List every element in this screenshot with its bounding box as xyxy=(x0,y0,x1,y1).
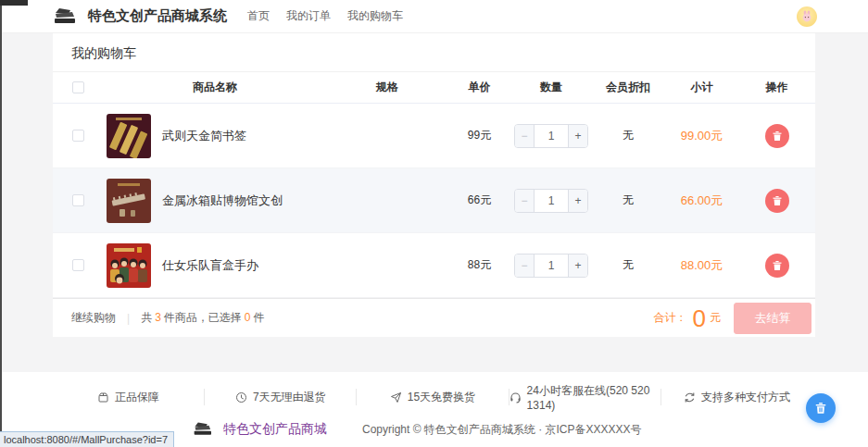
qty-decrease-button[interactable]: − xyxy=(515,125,535,147)
user-avatar[interactable] xyxy=(797,6,817,27)
trash-icon xyxy=(772,130,783,142)
product-price: 99元 xyxy=(447,128,511,143)
send-icon xyxy=(390,391,402,404)
footer-logo-icon xyxy=(190,420,214,439)
selected-count: 0 xyxy=(245,311,251,324)
checkout-button[interactable]: 去结算 xyxy=(734,303,811,334)
total-amount: 0 xyxy=(693,306,706,330)
service-item: 15天免费换货 xyxy=(357,389,509,405)
product-image xyxy=(107,243,151,288)
cart-table-header: 商品名称 规格 单价 数量 会员折扣 小计 操作 xyxy=(53,72,815,104)
total-count: 3 xyxy=(155,311,161,324)
col-header-action: 操作 xyxy=(738,80,815,95)
col-header-discount: 会员折扣 xyxy=(591,80,665,95)
app-logo-icon xyxy=(51,6,79,28)
floating-delete-button[interactable] xyxy=(806,393,836,423)
member-discount: 无 xyxy=(591,192,665,208)
qty-increase-button[interactable]: + xyxy=(568,125,587,147)
nav-item-home[interactable]: 首页 xyxy=(247,8,270,24)
select-all-checkbox[interactable] xyxy=(72,81,84,93)
window-left-edge xyxy=(0,0,2,447)
service-item: 24小时客服在线(520 520 1314) xyxy=(509,389,661,405)
product-price: 88元 xyxy=(447,257,511,273)
row-subtotal: 66.00元 xyxy=(665,192,738,209)
qty-value[interactable]: 1 xyxy=(535,190,568,212)
product-image xyxy=(107,179,151,223)
total-unit: 元 xyxy=(710,310,721,326)
trash-icon xyxy=(772,195,783,206)
row-checkbox[interactable] xyxy=(72,259,84,271)
quantity-stepper: − 1 + xyxy=(514,254,588,278)
app-title: 特色文创产品商城系统 xyxy=(88,7,227,25)
summary-divider: | xyxy=(127,312,130,325)
nav-item-cart[interactable]: 我的购物车 xyxy=(347,8,403,24)
row-checkbox[interactable] xyxy=(72,194,84,206)
box-icon xyxy=(97,391,109,404)
delete-item-button[interactable] xyxy=(765,124,789,148)
cart-count-text: 共3件商品，已选择0件 xyxy=(141,310,264,326)
cart-row: 武则天金简书签 99元 − 1 + 无 99.00元 xyxy=(53,104,815,168)
product-name: 金属冰箱贴博物馆文创 xyxy=(162,192,283,209)
total-label: 合计： xyxy=(654,310,687,326)
qty-increase-button[interactable]: + xyxy=(568,255,587,277)
service-item: 支持多种支付方式 xyxy=(661,389,812,405)
product-image xyxy=(107,114,151,158)
service-guarantees: 正品保障 7天无理由退货 15天免费换货 24小时客服在线(520 520 13… xyxy=(53,389,812,405)
qty-increase-button[interactable]: + xyxy=(568,190,587,212)
delete-item-button[interactable] xyxy=(765,189,789,213)
member-discount: 无 xyxy=(591,257,665,273)
cart-summary-bar: 继续购物 | 共3件商品，已选择0件 合计： 0 元 去结算 xyxy=(53,298,815,337)
qty-decrease-button[interactable]: − xyxy=(515,190,535,212)
quantity-stepper: − 1 + xyxy=(514,124,588,148)
browser-status-url: localhost:8080/#/MallPurchase?id=7 xyxy=(0,431,174,447)
nav-item-orders[interactable]: 我的订单 xyxy=(286,8,331,24)
cart-card: 我的购物车 商品名称 规格 单价 数量 会员折扣 小计 操作 xyxy=(53,33,815,337)
row-subtotal: 99.00元 xyxy=(665,128,738,144)
product-name: 仕女乐队盲盒手办 xyxy=(162,257,258,274)
headset-icon xyxy=(509,391,522,404)
product-name: 武则天金简书签 xyxy=(162,128,246,144)
clock-icon xyxy=(235,391,247,404)
continue-shopping-link[interactable]: 继续购物 xyxy=(71,310,116,326)
delete-item-button[interactable] xyxy=(765,254,789,278)
qty-decrease-button[interactable]: − xyxy=(515,255,535,277)
col-header-name: 商品名称 xyxy=(103,80,327,95)
product-price: 66元 xyxy=(447,192,511,208)
service-item: 正品保障 xyxy=(53,389,205,405)
member-discount: 无 xyxy=(591,128,665,143)
row-checkbox[interactable] xyxy=(72,130,84,142)
window-corner xyxy=(0,0,28,6)
app-header: 特色文创产品商城系统 首页 我的订单 我的购物车 xyxy=(0,0,868,33)
quantity-stepper: − 1 + xyxy=(514,189,588,213)
trash-icon xyxy=(814,402,827,415)
qty-value[interactable]: 1 xyxy=(535,255,568,277)
service-item: 7天无理由退货 xyxy=(205,389,357,405)
row-subtotal: 88.00元 xyxy=(665,257,738,274)
cart-row: 金属冰箱贴博物馆文创 66元 − 1 + 无 66.00元 xyxy=(53,168,815,233)
col-header-subtotal: 小计 xyxy=(665,80,738,95)
cart-row: 仕女乐队盲盒手办 88元 − 1 + 无 88.00元 xyxy=(53,233,815,298)
copyright-text: Copyright © 特色文创产品商城系统 · 京ICP备XXXXXX号 xyxy=(362,422,642,438)
trash-icon xyxy=(772,260,783,271)
page-title: 我的购物车 xyxy=(53,33,815,72)
col-header-qty: 数量 xyxy=(511,80,591,95)
qty-value[interactable]: 1 xyxy=(535,125,568,147)
main-nav: 首页 我的订单 我的购物车 xyxy=(247,8,420,24)
refresh-icon xyxy=(684,391,696,404)
col-header-price: 单价 xyxy=(447,80,511,95)
col-header-spec: 规格 xyxy=(327,80,447,95)
footer-brand-link[interactable]: 特色文创产品商城 xyxy=(223,421,327,438)
